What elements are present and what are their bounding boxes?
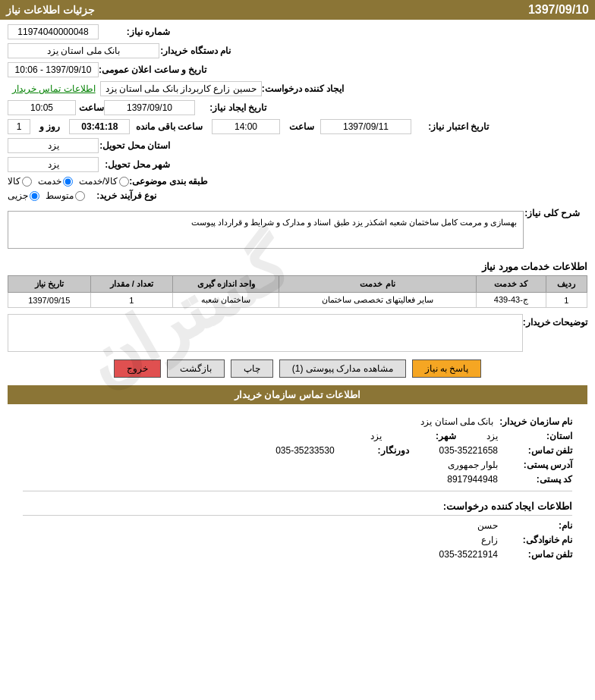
time-label1: ساعت — [79, 102, 104, 113]
notes-label: توضیحات خریدار: — [523, 314, 587, 352]
contact-section-header: اطلاعات تماس سازمان خریدار — [8, 385, 587, 404]
col-header-unit: واحد اندازه گیری — [173, 276, 279, 293]
action-buttons: پاسخ به نیاز مشاهده مدارک پیوستی (1) چاپ… — [8, 359, 587, 378]
row-code: ج-43-439 — [476, 293, 546, 308]
creator-family-value: زارع — [481, 535, 498, 545]
contact-info: نام سازمان خریدار: بانک ملی استان یزد اس… — [8, 410, 587, 570]
col-header-name: نام خدمت — [279, 276, 477, 293]
need-date-label: تاریخ ایجاد نیاز: — [195, 102, 271, 113]
contact-fax-value: 035-35233530 — [275, 445, 334, 456]
contact-org-name-label: نام سازمان خریدار: — [499, 416, 572, 427]
page-title: جزئیات اطلاعات نیاز — [6, 4, 95, 16]
contact-address-label: آدرس پستی: — [504, 460, 572, 470]
purchase-option-1: جزیی — [8, 190, 39, 201]
col-header-date: تاریخ نیاز — [8, 276, 91, 293]
print-button[interactable]: چاپ — [231, 359, 273, 378]
creator-phone-row: تلفن تماس: 035-35221914 — [23, 549, 572, 560]
creator-family-row: نام خانوادگی: زارع — [23, 535, 572, 545]
need-date-value: 1397/09/10 — [104, 100, 195, 115]
announcement-date-label: تاریخ و ساعت اعلان عمومی: — [99, 64, 211, 75]
contact-phone-label: تلفن تماس: — [504, 445, 572, 456]
province-value: یزد — [8, 138, 99, 153]
creator-section-title: اطلاعات ایجاد کننده درخواست: — [23, 501, 572, 516]
view-attachments-button[interactable]: مشاهده مدارک پیوستی (1) — [279, 359, 406, 378]
need-time-value: 10:05 — [8, 100, 76, 115]
announcement-date-value: 1397/09/10 - 10:06 — [8, 62, 99, 77]
validity-time-value: 14:00 — [212, 119, 280, 134]
category-option-1: کالا — [8, 176, 32, 187]
contact-link[interactable]: اطلاعات تماس خریدار — [8, 82, 100, 96]
category-option-3-label: کالا/خدمت — [79, 176, 118, 187]
top-header-bar: 1397/09/10 جزئیات اطلاعات نیاز — [0, 0, 595, 20]
notes-section: توضیحات خریدار: — [8, 314, 587, 352]
contact-org-name-row: نام سازمان خریدار: بانک ملی استان یزد — [23, 416, 572, 427]
province-label: استان محل تحویل: — [99, 140, 175, 151]
contact-postal-label: کد پستی: — [504, 474, 572, 485]
category-row: طبقه بندی موضوعی: کالا/خدمت خدمت کالا — [8, 176, 587, 187]
row-name: سایر فعالیتهای تخصصی ساختمان — [279, 293, 477, 308]
contact-phone-row: تلفن تماس: 035-35221658 — [439, 445, 572, 456]
city-row: شهر محل تحویل: یزد — [8, 157, 587, 172]
category-radio-1[interactable] — [22, 177, 32, 187]
col-header-row: ردیف — [546, 276, 587, 293]
contact-city-value: یزد — [370, 431, 382, 441]
contact-address-value: بلوار جمهوری — [448, 460, 498, 470]
description-label: شرح کلی نیاز: — [524, 208, 584, 218]
contact-province-row: استان: یزد — [486, 431, 572, 441]
category-option-1-label: کالا — [8, 176, 20, 187]
validity-label: تاریخ اعتبار نیاز: — [417, 121, 493, 132]
description-box: بهسازی و مرمت کامل ساختمان شعبه اشکذر یز… — [8, 211, 524, 249]
purchase-radio-1[interactable] — [30, 191, 39, 201]
col-header-qty: تعداد / مقدار — [90, 276, 173, 293]
col-header-code: کد خدمت — [476, 276, 546, 293]
validity-date: 1397/09/11 — [320, 119, 411, 134]
table-row: 1 ج-43-439 سایر فعالیتهای تخصصی ساختمان … — [8, 293, 587, 308]
remaining-label: ساعت باقی مانده — [136, 121, 203, 132]
device-name-value: بانک ملی استان یزد — [8, 43, 159, 58]
answer-button[interactable]: پاسخ به نیاز — [412, 359, 482, 378]
creator-phone-value: 035-35221914 — [439, 549, 498, 560]
contact-address-row: آدرس پستی: بلوار جمهوری — [23, 460, 572, 470]
remaining-value: 03:41:18 — [69, 119, 130, 134]
creator-value: حسین زارع کاربرداز بانک ملی استان یزد — [100, 81, 262, 96]
device-name-label: نام دستگاه خریدار: — [159, 46, 235, 56]
announcement-date-row: تاریخ و ساعت اعلان عمومی: 1397/09/10 - 1… — [8, 62, 587, 77]
category-radio-2[interactable] — [63, 177, 73, 187]
creator-name-value: حسن — [477, 520, 498, 531]
contact-postal-value: 8917944948 — [447, 474, 498, 485]
creator-family-label: نام خانوادگی: — [504, 535, 572, 545]
need-number-label: شماره نیاز: — [99, 27, 175, 37]
creator-phone-label: تلفن تماس: — [504, 549, 572, 560]
category-option-3: کالا/خدمت — [79, 176, 129, 187]
creator-label: ایجاد کننده درخواست: — [262, 83, 349, 94]
contact-fax-row: دورنگار: 035-35233530 — [275, 445, 408, 456]
purchase-type-label: نوع فرآیند خرید: — [85, 190, 161, 201]
category-option-2-label: خدمت — [38, 176, 61, 187]
top-date: 1397/09/10 — [528, 3, 589, 17]
need-number-row: شماره نیاز: 11974040000048 — [8, 24, 587, 39]
contact-province-value: یزد — [486, 431, 498, 441]
back-button[interactable]: بازگشت — [167, 359, 225, 378]
category-radio-3[interactable] — [119, 177, 129, 187]
contact-fax-label: دورنگار: — [341, 445, 409, 456]
day-label: روز و — [39, 121, 60, 132]
device-name-row: نام دستگاه خریدار: بانک ملی استان یزد — [8, 43, 587, 58]
notes-box — [8, 314, 523, 352]
row-qty: 1 — [90, 293, 173, 308]
need-date-row: تاریخ ایجاد نیاز: 1397/09/10 ساعت 10:05 — [8, 100, 587, 115]
contact-city-label: شهر: — [388, 431, 456, 441]
category-label: طبقه بندی موضوعی: — [129, 176, 212, 187]
day-value: 1 — [8, 119, 30, 134]
city-label: شهر محل تحویل: — [99, 159, 175, 170]
contact-city-row: شهر: یزد — [370, 431, 456, 441]
city-value: یزد — [8, 157, 99, 172]
contact-org-name-value: بانک ملی استان یزد — [420, 416, 493, 427]
validity-time-label: ساعت — [289, 121, 314, 132]
category-option-2: خدمت — [38, 176, 73, 187]
exit-button[interactable]: خروج — [114, 359, 161, 378]
contact-phone-value: 035-35221658 — [439, 445, 498, 456]
purchase-type-row: نوع فرآیند خرید: متوسط جزیی — [8, 190, 587, 201]
contact-province-label: استان: — [504, 431, 572, 441]
purchase-radio-2[interactable] — [75, 191, 85, 201]
creator-name-row: نام: حسن — [23, 520, 572, 531]
